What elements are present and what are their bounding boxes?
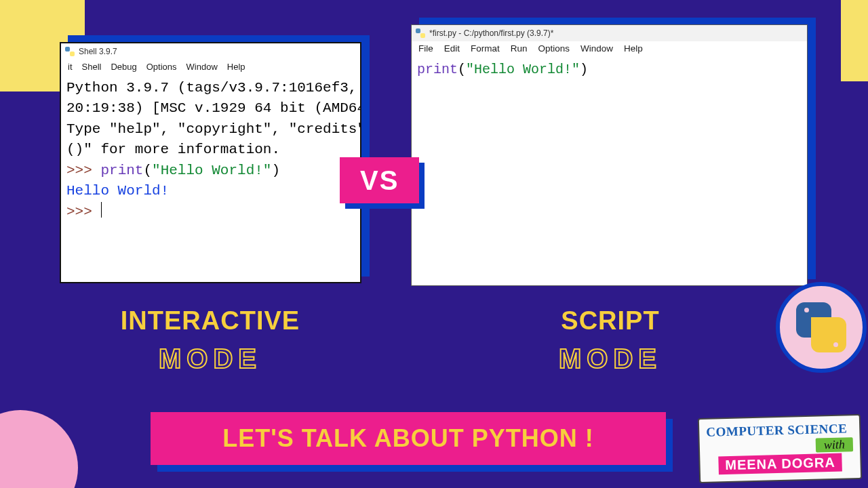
code-fn: print xyxy=(417,62,458,77)
shell-menubar: it Shell Debug Options Window Help xyxy=(61,60,360,75)
editor-titlebar: *first.py - C:/python/first.py (3.9.7)* xyxy=(412,25,807,41)
shell-title: Shell 3.9.7 xyxy=(79,47,117,56)
menu-item[interactable]: Shell xyxy=(82,62,102,72)
menu-item[interactable]: Window xyxy=(186,62,218,72)
editor-code-area[interactable]: print("Hello World!") xyxy=(412,57,807,82)
code-string: "Hello World!" xyxy=(152,163,271,178)
editor-title: *first.py - C:/python/first.py (3.9.7)* xyxy=(429,28,553,38)
code-fn: print xyxy=(100,163,143,178)
label-script: SCRIPT xyxy=(515,306,705,336)
menu-item[interactable]: Debug xyxy=(111,62,136,72)
decor-yellow-top-right xyxy=(841,0,868,81)
shell-banner: ()" for more information. xyxy=(66,142,280,157)
shell-banner: Python 3.9.7 (tags/v3.9.7:1016ef3, A xyxy=(66,80,360,96)
bottom-banner: LET'S TALK ABOUT PYTHON ! xyxy=(151,412,666,465)
vs-text: VS xyxy=(360,165,399,195)
shell-banner: 20:19:38) [MSC v.1929 64 bit (AMD64) xyxy=(66,100,360,116)
decor-pink-circle xyxy=(0,410,78,488)
python-logo-icon xyxy=(796,302,846,352)
python-icon xyxy=(65,47,75,56)
code-string: "Hello World!" xyxy=(466,62,580,77)
code-paren: ) xyxy=(580,62,588,77)
shell-prompt: >>> xyxy=(66,204,100,220)
menu-item[interactable]: File xyxy=(418,43,433,54)
menu-item[interactable]: it xyxy=(68,62,73,72)
menu-item[interactable]: Options xyxy=(538,43,570,54)
credits-with: with xyxy=(816,437,854,452)
label-interactive: INTERACTIVE xyxy=(88,306,332,336)
shell-window: Shell 3.9.7 it Shell Debug Options Windo… xyxy=(60,42,361,283)
shell-output-area[interactable]: Python 3.9.7 (tags/v3.9.7:1016ef3, A 20:… xyxy=(61,75,360,225)
python-icon xyxy=(416,28,425,38)
menu-item[interactable]: Options xyxy=(146,62,177,72)
label-mode: MODE xyxy=(88,344,332,374)
shell-titlebar: Shell 3.9.7 xyxy=(61,43,360,60)
credits-title: COMPUTER SCIENCE xyxy=(706,421,853,440)
shell-banner: Type "help", "copyright", "credits" xyxy=(66,121,360,137)
editor-menubar: File Edit Format Run Options Window Help xyxy=(412,41,807,57)
code-paren: ) xyxy=(271,163,280,178)
label-mode: MODE xyxy=(515,344,705,374)
credits-card: COMPUTER SCIENCE with MEENA DOGRA xyxy=(698,414,862,483)
menu-item[interactable]: Format xyxy=(471,43,500,54)
menu-item[interactable]: Window xyxy=(580,43,613,54)
text-cursor xyxy=(101,202,102,218)
editor-window: *first.py - C:/python/first.py (3.9.7)* … xyxy=(411,24,808,286)
menu-item[interactable]: Edit xyxy=(444,43,460,54)
shell-prompt: >>> xyxy=(66,163,100,178)
credits-name: MEENA DOGRA xyxy=(718,453,842,475)
python-logo-badge xyxy=(776,282,867,373)
menu-item[interactable]: Help xyxy=(624,43,643,54)
code-paren: ( xyxy=(143,163,152,178)
menu-item[interactable]: Run xyxy=(511,43,528,54)
shell-result: Hello World! xyxy=(66,183,169,199)
banner-text: LET'S TALK ABOUT PYTHON ! xyxy=(222,424,594,453)
right-label: SCRIPT MODE xyxy=(515,306,705,374)
left-label: INTERACTIVE MODE xyxy=(88,306,332,374)
code-paren: ( xyxy=(458,62,466,77)
menu-item[interactable]: Help xyxy=(227,62,245,72)
vs-badge: VS xyxy=(340,157,419,203)
